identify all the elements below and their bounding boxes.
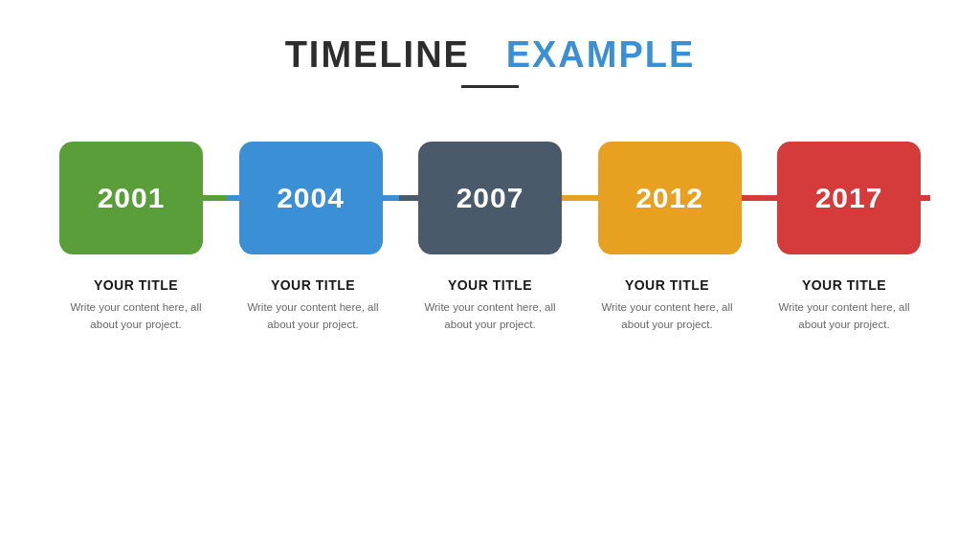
header-divider xyxy=(461,85,519,88)
label-title-2: YOUR TITLE xyxy=(236,277,390,293)
label-item-1: YOUR TITLE Write your content here, all … xyxy=(59,277,212,334)
label-item-5: YOUR TITLE Write your content here, all … xyxy=(768,277,921,334)
label-desc-4: Write your content here, all about your … xyxy=(590,298,744,334)
timeline-track: 2001 2004 2007 2012 2017 xyxy=(59,136,921,260)
label-item-3: YOUR TITLE Write your content here, all … xyxy=(413,277,567,334)
label-desc-2: Write your content here, all about your … xyxy=(236,298,390,334)
label-desc-3: Write your content here, all about your … xyxy=(413,298,567,334)
year-2012: 2012 xyxy=(635,182,703,214)
year-2017: 2017 xyxy=(815,182,883,214)
label-item-4: YOUR TITLE Write your content here, all … xyxy=(590,277,744,334)
title-word-1: TIMELINE xyxy=(285,34,470,75)
timeline-box-2004: 2004 xyxy=(239,142,383,254)
timeline-box-2007: 2007 xyxy=(418,142,562,254)
label-item-2: YOUR TITLE Write your content here, all … xyxy=(236,277,390,334)
label-title-4: YOUR TITLE xyxy=(590,277,744,293)
year-2004: 2004 xyxy=(277,182,345,214)
title-word-2: EXAMPLE xyxy=(506,34,696,75)
timeline-items: 2001 2004 2007 2012 2017 xyxy=(59,136,921,260)
year-2001: 2001 xyxy=(98,182,166,214)
label-desc-1: Write your content here, all about your … xyxy=(59,298,212,334)
timeline-box-2012: 2012 xyxy=(598,142,742,254)
label-desc-5: Write your content here, all about your … xyxy=(768,298,921,334)
label-title-5: YOUR TITLE xyxy=(768,277,921,293)
timeline-labels: YOUR TITLE Write your content here, all … xyxy=(59,277,921,334)
page-title: TIMELINE EXAMPLE xyxy=(285,34,696,76)
timeline-section: 2001 2004 2007 2012 2017 YOUR TITLE Writ… xyxy=(0,136,980,334)
year-2007: 2007 xyxy=(457,182,524,214)
page-header: TIMELINE EXAMPLE xyxy=(285,34,696,88)
label-title-1: YOUR TITLE xyxy=(59,277,212,293)
timeline-box-2017: 2017 xyxy=(777,142,921,254)
timeline-box-2001: 2001 xyxy=(59,142,203,254)
label-title-3: YOUR TITLE xyxy=(413,277,567,293)
